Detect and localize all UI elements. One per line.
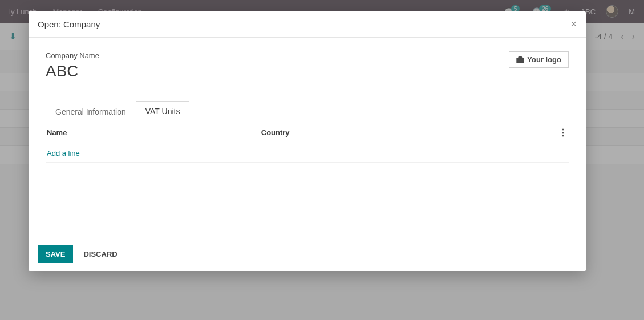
discard-button[interactable]: DISCARD xyxy=(80,245,120,263)
tab-vat-units[interactable]: VAT Units xyxy=(136,101,190,121)
company-modal: Open: Company × Company Name Your logo G… xyxy=(29,11,586,271)
close-icon[interactable]: × xyxy=(570,18,577,30)
add-a-line-link[interactable]: Add a line xyxy=(47,149,80,157)
table-spacer xyxy=(46,163,569,231)
company-name-label: Company Name xyxy=(46,51,382,60)
column-options-icon[interactable]: ⋮ xyxy=(553,121,569,144)
save-button[interactable]: SAVE xyxy=(38,245,73,263)
table-row: Add a line xyxy=(46,144,569,163)
column-header-name[interactable]: Name xyxy=(46,121,260,144)
tab-general-information[interactable]: General Information xyxy=(46,101,136,121)
your-logo-button[interactable]: Your logo xyxy=(509,51,569,68)
modal-footer: SAVE DISCARD xyxy=(29,237,586,271)
your-logo-label: Your logo xyxy=(527,55,561,64)
modal-title: Open: Company xyxy=(38,19,100,29)
tabs: General Information VAT Units xyxy=(46,100,569,121)
modal-header: Open: Company × xyxy=(29,11,586,38)
modal-body: Company Name Your logo General Informati… xyxy=(29,38,586,237)
company-name-input[interactable] xyxy=(46,61,382,83)
vat-units-table: Name Country ⋮ Add a line xyxy=(46,121,569,231)
column-header-country[interactable]: Country xyxy=(260,121,553,144)
camera-icon xyxy=(516,56,524,63)
